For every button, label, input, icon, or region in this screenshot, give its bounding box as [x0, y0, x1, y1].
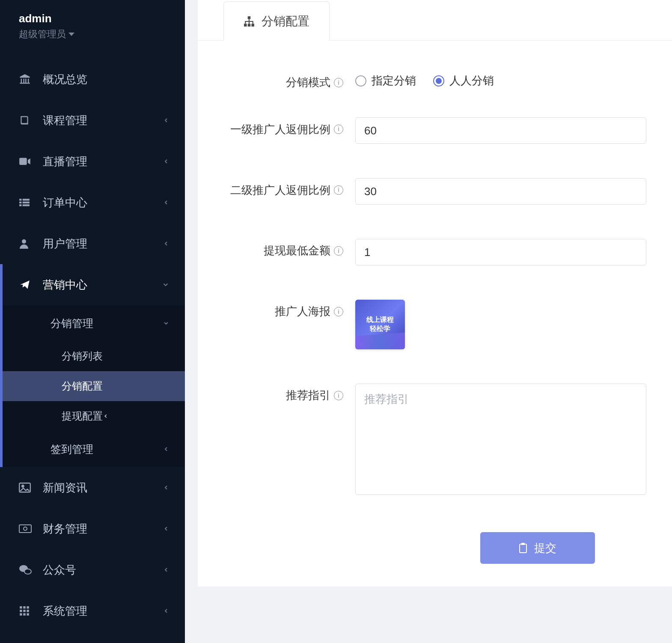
sidebar-leaf-dist-list[interactable]: 分销列表 [0, 341, 185, 371]
radio-mode-appointed[interactable]: 指定分销 [355, 73, 416, 88]
form-row-level1: 一级推广人返佣比例 i [223, 117, 646, 144]
image-icon [19, 482, 33, 493]
clipboard-icon [519, 543, 527, 553]
input-min-withdraw[interactable] [355, 239, 646, 265]
label-text: 分销模式 [286, 75, 330, 90]
chevron-left-icon [163, 117, 169, 124]
svg-rect-17 [20, 610, 22, 612]
sidebar-item-label: 分销列表 [62, 349, 103, 363]
svg-rect-20 [20, 613, 22, 615]
svg-point-11 [24, 527, 27, 530]
svg-rect-4 [23, 199, 30, 200]
label-text: 一级推广人返佣比例 [230, 122, 330, 137]
sidebar-item-overview[interactable]: 概况总览 [0, 59, 185, 100]
sidebar-subitem-signin[interactable]: 签到管理 [0, 431, 185, 467]
sitemap-icon [244, 16, 255, 27]
svg-rect-26 [251, 24, 254, 27]
radio-label: 指定分销 [372, 73, 416, 88]
svg-point-9 [22, 485, 24, 487]
svg-rect-6 [23, 204, 30, 206]
sidebar-item-finance[interactable]: 财务管理 [0, 508, 185, 549]
chevron-left-icon [163, 525, 169, 532]
submit-label: 提交 [534, 541, 556, 556]
grid-icon [19, 605, 33, 616]
chevron-left-icon [163, 158, 169, 165]
poster-thumbnail[interactable]: 线上课程 轻松学 [355, 300, 405, 349]
input-level1-rate[interactable] [355, 117, 646, 144]
form: 分销模式 i 指定分销 人人分销 [198, 41, 672, 581]
svg-rect-25 [248, 24, 251, 27]
radio-dot-icon [433, 75, 444, 86]
sidebar-item-label: 用户管理 [43, 236, 163, 251]
svg-point-7 [22, 239, 26, 244]
ctrl-guide [343, 384, 646, 498]
svg-rect-15 [23, 606, 25, 608]
sidebar-item-orders[interactable]: 订单中心 [0, 182, 185, 223]
list-icon [19, 198, 33, 207]
svg-rect-2 [19, 202, 21, 203]
radio-mode-everyone[interactable]: 人人分销 [433, 73, 494, 88]
svg-rect-5 [23, 202, 30, 203]
info-icon[interactable]: i [334, 78, 343, 87]
tab-label: 分销配置 [262, 13, 309, 30]
submit-row: 提交 [223, 532, 646, 564]
info-icon[interactable]: i [334, 185, 343, 195]
form-row-mode: 分销模式 i 指定分销 人人分销 [223, 71, 646, 90]
svg-rect-0 [19, 158, 27, 165]
tab-dist-config[interactable]: 分销配置 [223, 1, 330, 41]
info-icon[interactable]: i [334, 246, 343, 256]
sidebar-leaf-dist-config[interactable]: 分销配置 [0, 371, 185, 401]
label-level2: 二级推广人返佣比例 i [223, 178, 343, 198]
sidebar-item-label: 营销中心 [43, 277, 162, 292]
book-icon [19, 115, 33, 126]
sidebar-item-news[interactable]: 新闻资讯 [0, 467, 185, 508]
ctrl-mode: 指定分销 人人分销 [343, 71, 646, 88]
chevron-left-icon [163, 607, 169, 614]
label-text: 推广人海报 [275, 304, 330, 319]
label-min-withdraw: 提现最低金额 i [223, 239, 343, 258]
label-text: 推荐指引 [286, 388, 330, 403]
panel: 分销配置 分销模式 i 指定分销 [198, 0, 672, 586]
sidebar-item-label: 签到管理 [51, 442, 163, 456]
form-row-level2: 二级推广人返佣比例 i [223, 178, 646, 205]
info-icon[interactable]: i [334, 125, 343, 134]
svg-rect-24 [244, 24, 247, 27]
paper-plane-icon [19, 279, 33, 290]
info-icon[interactable]: i [334, 307, 343, 316]
main: 分销配置 分销模式 i 指定分销 [185, 0, 672, 643]
input-level2-rate[interactable] [355, 178, 646, 205]
form-row-poster: 推广人海报 i 线上课程 轻松学 [223, 300, 646, 349]
caret-down-icon [68, 33, 74, 36]
sidebar-leaf-withdraw-config[interactable]: 提现配置 [0, 401, 185, 431]
ctrl-level2 [343, 178, 646, 205]
sidebar-item-course[interactable]: 课程管理 [0, 100, 185, 141]
user-role-toggle[interactable]: 超级管理员 [19, 28, 166, 41]
sidebar-item-label: 系统管理 [43, 604, 163, 619]
sidebar-leafgroup-distribution: 分销列表 分销配置 提现配置 [0, 341, 185, 431]
sidebar-item-wechat[interactable]: 公众号 [0, 549, 185, 590]
sidebar-item-users[interactable]: 用户管理 [0, 223, 185, 264]
sidebar-item-system[interactable]: 系统管理 [0, 590, 185, 631]
textarea-guide[interactable] [355, 384, 646, 495]
sidebar-item-live[interactable]: 直播管理 [0, 141, 185, 182]
ctrl-poster: 线上课程 轻松学 [343, 300, 646, 349]
info-icon[interactable]: i [334, 391, 343, 400]
user-icon [19, 238, 33, 249]
svg-rect-10 [19, 525, 31, 533]
sidebar-item-label: 直播管理 [43, 154, 163, 169]
sidebar-item-label: 概况总览 [43, 72, 169, 87]
submit-button[interactable]: 提交 [480, 532, 595, 564]
radio-label: 人人分销 [449, 73, 494, 88]
sidebar-item-marketing[interactable]: 营销中心 [0, 264, 185, 305]
label-text: 二级推广人返佣比例 [230, 182, 330, 198]
svg-rect-21 [23, 613, 25, 615]
svg-point-13 [24, 569, 31, 574]
user-box: admin 超级管理员 [0, 0, 185, 50]
chevron-left-icon [163, 199, 169, 206]
chevron-left-icon [163, 566, 169, 573]
ctrl-level1 [343, 117, 646, 144]
sidebar-item-label: 分销管理 [51, 316, 163, 330]
sidebar-subitem-distribution[interactable]: 分销管理 [0, 305, 185, 341]
svg-rect-28 [521, 543, 525, 545]
svg-rect-19 [27, 610, 29, 612]
